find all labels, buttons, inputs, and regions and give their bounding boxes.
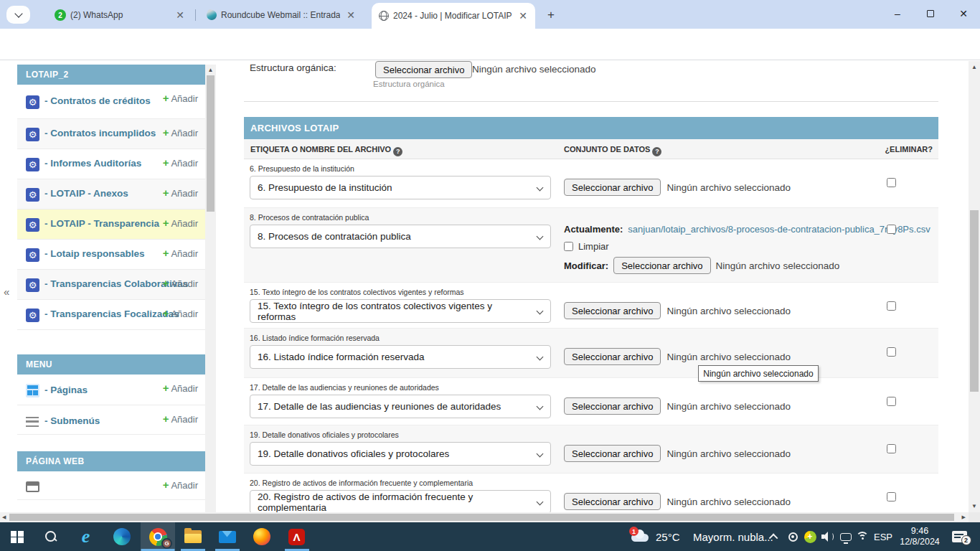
sidebar-item-transparencias-colaborativas[interactable]: ⚙ - Transparencias Colaborativas +Añadir [17, 270, 205, 300]
delete-checkbox[interactable] [887, 225, 896, 234]
scrollbar-thumb[interactable] [207, 75, 215, 212]
weather-desc[interactable]: Mayorm. nubla... [693, 522, 773, 551]
delete-checkbox[interactable] [887, 301, 896, 311]
sidebar-item-lotaip-responsables[interactable]: ⚙ - Lotaip responsables +Añadir [17, 240, 205, 270]
add-link[interactable]: +Añadir [163, 217, 198, 229]
tray-antivirus-icon[interactable] [802, 522, 818, 551]
delete-checkbox[interactable] [887, 178, 896, 187]
taskbar-ie-button[interactable]: e [69, 522, 103, 551]
current-file-link[interactable]: sanjuan/lotaip_archivos/8-procesos-de-co… [628, 224, 930, 235]
close-window-button[interactable]: ✕ [947, 0, 980, 27]
sidebar-item-label[interactable]: - Lotaip responsables [44, 248, 145, 260]
add-link[interactable]: +Añadir [163, 277, 198, 289]
page-horizontal-scrollbar[interactable]: ◀ ▶ [0, 512, 969, 522]
taskbar-edge-button[interactable] [105, 522, 138, 551]
close-icon[interactable]: ✕ [344, 9, 357, 22]
add-link[interactable]: +Añadir [163, 126, 198, 138]
sidebar-item-contratos-incumplidos[interactable]: ⚙ - Contratos incumplidos +Añadir [17, 119, 205, 149]
tray-volume-icon[interactable] [819, 522, 837, 551]
delete-checkbox[interactable] [887, 397, 896, 406]
taskbar-firefox-button[interactable] [245, 522, 278, 551]
sidebar-item-label[interactable]: - Contratos de créditos [44, 95, 151, 107]
file-button[interactable]: Seleccionar archivo [564, 397, 661, 415]
weather-temp[interactable]: 25°C [656, 522, 680, 551]
etiqueta-select[interactable]: 15. Texto íntegro de los contratos colec… [250, 299, 551, 323]
tray-cast-icon[interactable] [838, 522, 854, 551]
add-link[interactable]: +Añadir [163, 307, 198, 319]
sidebar-item-transparencias-focalizadas[interactable]: ⚙ - Transparencias Focalizadas +Añadir [17, 300, 205, 330]
file-button[interactable]: Seleccionar archivo [564, 445, 661, 462]
new-tab-button[interactable]: + [542, 6, 560, 24]
add-link[interactable]: +Añadir [163, 247, 198, 259]
scroll-up-arrow[interactable]: ▲ [969, 64, 980, 70]
sidebar-item-contratos-creditos[interactable]: ⚙ - Contratos de créditos +Añadir [17, 85, 205, 119]
taskbar-acrobat-button[interactable]: Λ [280, 522, 314, 551]
taskbar-chrome-button[interactable]: G [141, 522, 175, 551]
sidebar-item-paginas[interactable]: - Páginas +Añadir [17, 375, 205, 405]
sidebar-item-lotaip-anexos[interactable]: ⚙ - LOTAIP - Anexos +Añadir [17, 179, 205, 209]
scroll-right-arrow[interactable]: ▶ [962, 514, 966, 520]
restore-button[interactable] [914, 0, 947, 27]
tab-lotaip-active[interactable]: 2024 - Julio | Modificar LOTAIP ✕ [372, 3, 535, 29]
language-indicator[interactable]: ESP [871, 522, 895, 551]
sidebar-item-partial[interactable]: +Añadir [17, 471, 205, 500]
delete-checkbox[interactable] [887, 347, 896, 357]
tab-roundcube[interactable]: Roundcube Webmail :: Entrada ✕ [199, 4, 363, 26]
add-link[interactable]: +Añadir [163, 413, 198, 425]
etiqueta-select[interactable]: 6. Presupuesto de la institución [250, 176, 551, 199]
file-button[interactable]: Seleccionar archivo [564, 493, 661, 510]
etiqueta-select[interactable]: 19. Detalle donativos oficiales y protoc… [250, 442, 551, 466]
page-vertical-scrollbar[interactable]: ▲ ▼ [969, 61, 980, 512]
estructura-file-button[interactable]: Seleccionar archivo [375, 61, 472, 78]
sidebar-item-label[interactable]: - Informes Auditorías [44, 157, 141, 169]
scrollbar-thumb[interactable] [970, 210, 979, 392]
limpiar-checkbox[interactable] [564, 242, 573, 251]
taskbar-explorer-button[interactable] [176, 522, 209, 551]
weather-widget[interactable]: 1 [627, 522, 653, 551]
scroll-up-arrow[interactable]: ▲ [205, 67, 216, 73]
add-link[interactable]: +Añadir [163, 156, 198, 169]
add-link[interactable]: +Añadir [163, 92, 198, 104]
sidebar-scrollbar[interactable]: ▲ [205, 65, 216, 512]
tab-search-button[interactable] [6, 6, 30, 24]
sidebar-item-label[interactable]: - LOTAIP - Anexos [44, 187, 128, 199]
add-link[interactable]: +Añadir [163, 479, 198, 491]
help-icon[interactable]: ? [393, 147, 402, 156]
taskbar-mail-button[interactable] [210, 522, 244, 551]
tray-chevron-up[interactable] [766, 522, 782, 551]
start-button[interactable] [0, 522, 34, 551]
delete-checkbox[interactable] [887, 444, 896, 453]
tray-network-icon[interactable] [854, 522, 871, 551]
file-button[interactable]: Seleccionar archivo [613, 257, 710, 274]
notification-center-button[interactable]: 2 [948, 522, 970, 551]
scroll-left-arrow[interactable]: ◀ [2, 514, 6, 520]
etiqueta-select[interactable]: 20. Registro de activos de información f… [250, 490, 551, 512]
etiqueta-select[interactable]: 8. Procesos de contratación publica [250, 225, 551, 248]
scroll-down-arrow[interactable]: ▼ [969, 503, 980, 509]
sidebar-item-lotaip-transparencia[interactable]: ⚙ - LOTAIP - Transparencia +Añadir [17, 209, 205, 240]
minimize-button[interactable]: – [881, 0, 914, 27]
etiqueta-select[interactable]: 17. Detalle de las audiencias y reunione… [250, 395, 551, 418]
sidebar-item-label[interactable]: - Contratos incumplidos [44, 127, 156, 139]
close-icon[interactable]: ✕ [517, 9, 529, 22]
sidebar-collapse-toggle[interactable]: « [4, 286, 9, 298]
sidebar-item-label[interactable]: - Transparencias Focalizadas [44, 308, 179, 320]
etiqueta-select[interactable]: 16. Listado índice formación reservada [250, 345, 551, 369]
delete-checkbox[interactable] [887, 492, 896, 501]
taskbar-search-button[interactable] [34, 522, 67, 551]
close-icon[interactable]: ✕ [174, 9, 187, 22]
file-button[interactable]: Seleccionar archivo [564, 179, 661, 196]
sidebar-item-informes-auditorias[interactable]: ⚙ - Informes Auditorías +Añadir [17, 149, 205, 179]
help-icon[interactable]: ? [652, 147, 661, 156]
sidebar-item-label[interactable]: - Submenús [44, 415, 100, 427]
file-button[interactable]: Seleccionar archivo [564, 348, 661, 365]
clock[interactable]: 9:4612/8/2024 [895, 522, 944, 551]
tray-record-icon[interactable] [785, 522, 801, 551]
add-link[interactable]: +Añadir [163, 187, 198, 199]
sidebar-item-label[interactable]: - Páginas [44, 384, 88, 396]
file-button[interactable]: Seleccionar archivo [564, 302, 661, 319]
sidebar-item-label[interactable]: - LOTAIP - Transparencia [44, 217, 159, 230]
sidebar-item-submenus[interactable]: - Submenús +Añadir [17, 405, 205, 435]
tab-whatsapp[interactable]: 2 (2) WhatsApp ✕ [47, 4, 192, 26]
scrollbar-thumb[interactable] [9, 514, 954, 521]
